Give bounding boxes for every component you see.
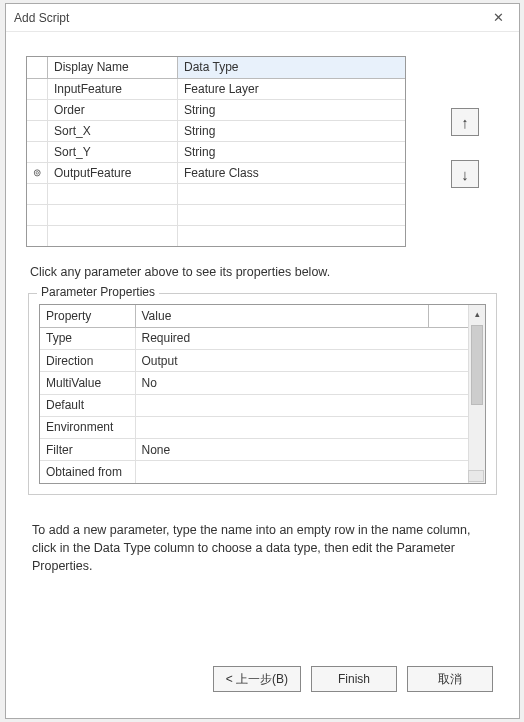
value-header[interactable]: Value bbox=[135, 305, 428, 327]
parameters-area: Display Name Data Type InputFeature Feat… bbox=[26, 56, 499, 247]
groupbox-legend: Parameter Properties bbox=[37, 285, 159, 299]
row-marker bbox=[27, 78, 48, 99]
table-row-empty[interactable]: ... bbox=[27, 225, 405, 246]
scrollbar-corner bbox=[468, 470, 484, 482]
window-title: Add Script bbox=[14, 11, 485, 25]
table-row[interactable]: Sort_X String bbox=[27, 120, 405, 141]
row-marker bbox=[27, 99, 48, 120]
property-row[interactable]: Direction Output bbox=[40, 350, 468, 372]
display-name-cell[interactable]: OutputFeature bbox=[48, 162, 178, 183]
finish-button[interactable]: Finish bbox=[311, 666, 397, 692]
property-row[interactable]: Filter None bbox=[40, 439, 468, 461]
close-button[interactable]: ✕ bbox=[485, 8, 511, 28]
property-row[interactable]: Default bbox=[40, 394, 468, 416]
marker-header bbox=[27, 57, 48, 78]
scroll-up-icon[interactable]: ▴ bbox=[469, 305, 485, 322]
property-row[interactable]: Obtained from bbox=[40, 461, 468, 483]
data-type-cell[interactable]: String bbox=[178, 120, 406, 141]
table-row[interactable]: InputFeature Feature Layer bbox=[27, 78, 405, 99]
properties-table[interactable]: Property Value Type Required Direction O… bbox=[39, 304, 486, 484]
title-bar: Add Script ✕ bbox=[6, 4, 519, 32]
property-name-cell: Obtained from bbox=[40, 461, 135, 483]
property-value-cell[interactable] bbox=[135, 416, 428, 438]
property-value-cell[interactable] bbox=[135, 461, 428, 483]
property-value-cell[interactable] bbox=[135, 394, 428, 416]
data-type-cell[interactable]: String bbox=[178, 99, 406, 120]
properties-header-row: Property Value bbox=[40, 305, 468, 327]
property-name-cell: Filter bbox=[40, 439, 135, 461]
arrow-down-icon: ↓ bbox=[461, 166, 469, 183]
data-type-cell[interactable]: String bbox=[178, 141, 406, 162]
property-value-cell[interactable]: Required bbox=[135, 327, 428, 349]
table-row[interactable]: Sort_Y String bbox=[27, 141, 405, 162]
scrollbar-thumb[interactable] bbox=[471, 325, 483, 405]
property-name-cell: Direction bbox=[40, 350, 135, 372]
display-name-cell[interactable]: Sort_X bbox=[48, 120, 178, 141]
dialog-window: Add Script ✕ Display Name Data Type Inpu… bbox=[5, 3, 520, 719]
content-area: Display Name Data Type InputFeature Feat… bbox=[6, 32, 519, 718]
data-type-cell[interactable]: Feature Class bbox=[178, 162, 406, 183]
property-name-cell: Environment bbox=[40, 416, 135, 438]
property-value-cell[interactable]: No bbox=[135, 372, 428, 394]
display-name-cell[interactable]: Sort_Y bbox=[48, 141, 178, 162]
property-value-cell[interactable]: Output bbox=[135, 350, 428, 372]
vertical-scrollbar[interactable]: ▴ ▾ bbox=[468, 305, 485, 483]
property-row[interactable]: MultiValue No bbox=[40, 372, 468, 394]
property-name-cell: MultiValue bbox=[40, 372, 135, 394]
property-row[interactable]: Type Required bbox=[40, 327, 468, 349]
table-row-empty[interactable]: ... bbox=[27, 204, 405, 225]
parameter-properties-group: Parameter Properties Property Value Type… bbox=[28, 293, 497, 495]
reorder-buttons: ↑ ↓ bbox=[451, 108, 479, 188]
property-header[interactable]: Property bbox=[40, 305, 135, 327]
data-type-header[interactable]: Data Type bbox=[178, 57, 406, 78]
move-down-button[interactable]: ↓ bbox=[451, 160, 479, 188]
row-marker bbox=[27, 120, 48, 141]
property-value-cell[interactable]: None bbox=[135, 439, 428, 461]
property-name-cell: Default bbox=[40, 394, 135, 416]
move-up-button[interactable]: ↑ bbox=[451, 108, 479, 136]
back-button[interactable]: < 上一步(B) bbox=[213, 666, 301, 692]
hint-text: Click any parameter above to see its pro… bbox=[30, 265, 495, 279]
display-name-cell[interactable]: InputFeature bbox=[48, 78, 178, 99]
cancel-button[interactable]: 取消 bbox=[407, 666, 493, 692]
property-name-cell: Type bbox=[40, 327, 135, 349]
row-marker: ⊚ bbox=[27, 162, 48, 183]
parameters-header-row: Display Name Data Type bbox=[27, 57, 405, 78]
table-row[interactable]: ⊚ OutputFeature Feature Class bbox=[27, 162, 405, 183]
button-row: < 上一步(B) Finish 取消 bbox=[26, 656, 499, 706]
display-name-cell[interactable]: Order bbox=[48, 99, 178, 120]
property-row[interactable]: Environment bbox=[40, 416, 468, 438]
extra-header bbox=[428, 305, 468, 327]
data-type-cell[interactable]: Feature Layer bbox=[178, 78, 406, 99]
display-name-header[interactable]: Display Name bbox=[48, 57, 178, 78]
table-row[interactable]: Order String bbox=[27, 99, 405, 120]
parameters-table[interactable]: Display Name Data Type InputFeature Feat… bbox=[26, 56, 406, 247]
row-marker bbox=[27, 141, 48, 162]
arrow-up-icon: ↑ bbox=[461, 114, 469, 131]
instructions-text: To add a new parameter, type the name in… bbox=[32, 521, 493, 575]
table-row-empty[interactable]: ... bbox=[27, 183, 405, 204]
